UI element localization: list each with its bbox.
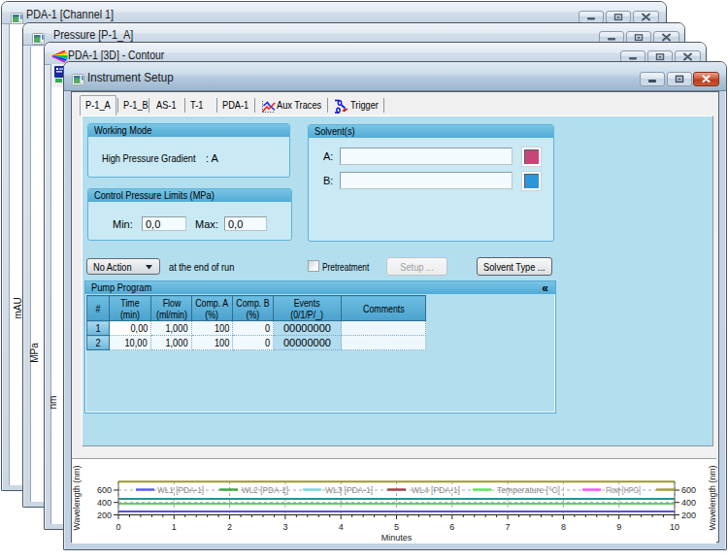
svg-text:600: 600: [681, 485, 696, 495]
svg-text:WL2 [PDA-1]: WL2 [PDA-1]: [242, 484, 288, 495]
svg-text:8: 8: [561, 522, 566, 532]
svg-text:WL4 [PDA-1]: WL4 [PDA-1]: [412, 484, 460, 495]
svg-text:400: 400: [681, 498, 696, 508]
svg-text:1: 1: [172, 522, 177, 532]
svg-text:Temperature [°C]: Temperature [°C]: [497, 484, 560, 495]
svg-text:10: 10: [670, 522, 679, 532]
svg-text:2: 2: [227, 522, 232, 532]
svg-text:Minutes: Minutes: [381, 533, 413, 543]
svg-text:Flow [HPG]: Flow [HPG]: [606, 484, 641, 495]
svg-text:Wavelength (nm): Wavelength (nm): [72, 466, 82, 531]
svg-text:200: 200: [681, 511, 696, 520]
svg-text:0: 0: [116, 522, 120, 532]
svg-text:5: 5: [394, 522, 399, 532]
svg-text:400: 400: [97, 498, 112, 508]
svg-text:WL1 [PDA-1]: WL1 [PDA-1]: [157, 484, 204, 495]
svg-text:7: 7: [506, 522, 511, 532]
svg-text:600: 600: [97, 485, 112, 495]
svg-text:WL3 [PDA-1]: WL3 [PDA-1]: [325, 484, 373, 495]
svg-text:200: 200: [97, 511, 112, 520]
svg-text:4: 4: [339, 522, 344, 532]
svg-text:3: 3: [282, 522, 287, 532]
svg-text:9: 9: [616, 522, 621, 532]
svg-text:Wavelength (nm): Wavelength (nm): [708, 466, 717, 531]
svg-text:6: 6: [449, 522, 454, 532]
